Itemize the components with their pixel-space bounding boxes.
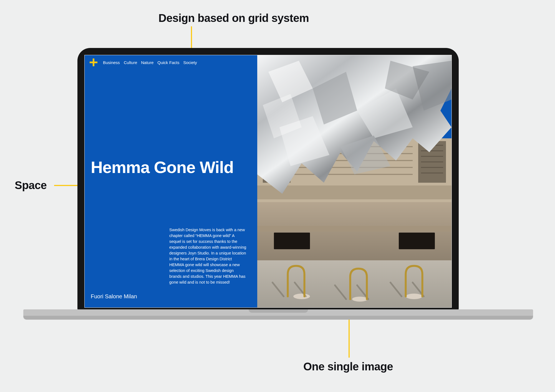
nav-item-nature[interactable]: Nature xyxy=(141,60,153,65)
diagram-stage: Design based on grid system Space One si… xyxy=(0,0,555,392)
laptop-frame: Business Culture Nature Quick Facts Soci… xyxy=(77,48,459,313)
svg-point-9 xyxy=(406,294,422,299)
sweden-flag-icon xyxy=(90,58,97,66)
svg-point-8 xyxy=(352,297,368,302)
nav-item-culture[interactable]: Culture xyxy=(124,60,137,65)
svg-point-7 xyxy=(293,294,310,299)
nav-item-quickfacts[interactable]: Quick Facts xyxy=(157,60,179,65)
nav-links: Business Culture Nature Quick Facts Soci… xyxy=(103,60,197,65)
page-subtitle: Fuori Salone Milan xyxy=(91,293,137,300)
annotation-bottom: One single image xyxy=(303,360,393,373)
svg-rect-34 xyxy=(257,185,451,199)
svg-rect-11 xyxy=(274,233,310,249)
nav-item-business[interactable]: Business xyxy=(103,60,120,65)
page-body: Swedish Design Moves is back with a new … xyxy=(169,227,247,285)
hero-image xyxy=(257,55,451,307)
page-headline: Hemma Gone Wild xyxy=(91,158,234,177)
top-nav: Business Culture Nature Quick Facts Soci… xyxy=(90,58,197,66)
nav-item-society[interactable]: Society xyxy=(183,60,197,65)
svg-rect-12 xyxy=(399,233,435,249)
laptop-trackpad-notch xyxy=(249,309,308,313)
annotation-top: Design based on grid system xyxy=(158,12,309,24)
annotation-left: Space xyxy=(15,179,47,192)
laptop-base xyxy=(23,309,533,320)
svg-rect-13 xyxy=(257,226,451,231)
laptop-screen: Business Culture Nature Quick Facts Soci… xyxy=(84,55,452,308)
